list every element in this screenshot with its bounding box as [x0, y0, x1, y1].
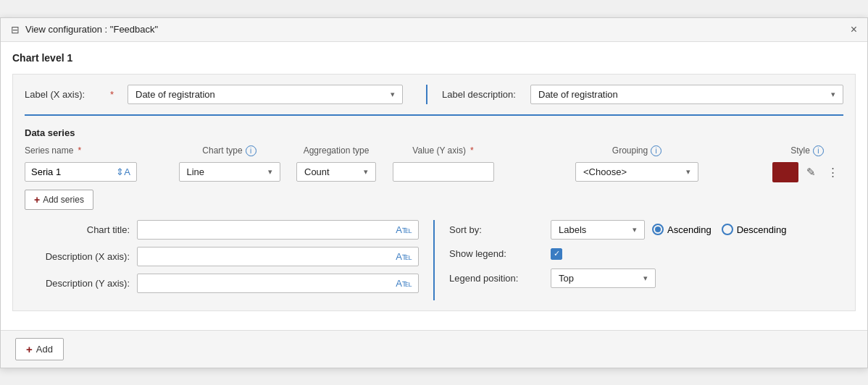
- value-y-cell: [383, 162, 503, 182]
- label-x-value: Date of registration: [135, 89, 215, 100]
- grouping-value: <Choose>: [583, 166, 627, 177]
- grouping-cell: <Choose> ▾: [503, 162, 771, 182]
- agg-type-select[interactable]: Count ▾: [296, 162, 376, 182]
- label-desc-select[interactable]: Date of registration ▾: [530, 85, 843, 104]
- label-desc-value: Date of registration: [538, 89, 618, 100]
- desc-x-label: Description (X axis):: [25, 251, 130, 262]
- series-name-value: Seria 1: [31, 166, 61, 177]
- chart-level-title: Chart level 1: [12, 52, 856, 64]
- dialog: ⊟ View configuration : "Feedback" × Char…: [0, 17, 868, 368]
- window-icon: ⊟: [11, 24, 20, 35]
- ascending-radio[interactable]: Ascending: [652, 224, 711, 235]
- legend-position-select[interactable]: Top ▾: [551, 268, 656, 288]
- table-row: Seria 1 ⇕A Line ▾ Count ▾: [25, 162, 843, 182]
- color-swatch[interactable]: [772, 162, 798, 182]
- chevron-down-icon-5: ▾: [686, 167, 690, 177]
- text-format-icon-2: A℡: [396, 251, 412, 262]
- close-button[interactable]: ×: [851, 24, 857, 35]
- sort-by-label: Sort by:: [449, 224, 543, 235]
- add-plus-icon: +: [26, 343, 33, 355]
- grouping-info-icon[interactable]: i: [651, 145, 662, 156]
- radio-outer-ascending: [652, 224, 664, 235]
- radio-inner-ascending: [655, 227, 661, 232]
- chevron-down-icon-6: ▾: [633, 225, 637, 234]
- label-x-select[interactable]: Date of registration ▾: [128, 85, 403, 104]
- add-series-label: Add series: [43, 195, 84, 205]
- sort-by-value: Labels: [559, 224, 586, 235]
- chart-type-select[interactable]: Line ▾: [179, 162, 280, 182]
- data-series-title: Data series: [25, 127, 843, 138]
- col-header-style: Style i: [771, 145, 843, 156]
- chart-title-label: Chart title:: [25, 224, 130, 235]
- chevron-down-icon-4: ▾: [364, 167, 368, 177]
- sort-order-radio-group: Ascending Descending: [652, 224, 786, 235]
- desc-y-row: Description (Y axis): A℡: [25, 274, 419, 293]
- text-format-icon-3: A℡: [396, 278, 412, 289]
- agg-type-cell: Count ▾: [289, 162, 383, 182]
- descending-label: Descending: [737, 224, 787, 235]
- label-x-axis-label: Label (X axis):: [25, 89, 104, 100]
- show-legend-checkbox[interactable]: ✓: [551, 248, 562, 260]
- chevron-down-icon-2: ▾: [831, 90, 835, 99]
- chart-title-row: Chart title: A℡: [25, 220, 419, 240]
- left-bottom: Chart title: A℡ Description (X axis): A℡: [25, 220, 435, 300]
- dialog-footer: + Add: [1, 330, 867, 368]
- chevron-down-icon-3: ▾: [268, 167, 272, 177]
- label-desc-area: Label description: Date of registration …: [426, 85, 843, 104]
- chart-config-section: Label (X axis): * Date of registration ▾…: [12, 74, 856, 311]
- chevron-down-icon: ▾: [391, 90, 395, 99]
- show-legend-label: Show legend:: [449, 248, 543, 259]
- col-header-agg-type: Aggregation type: [289, 145, 383, 156]
- required-star-series: *: [78, 145, 81, 156]
- chart-type-info-icon[interactable]: i: [246, 145, 256, 156]
- sort-by-row: Sort by: Labels ▾ Ascending: [449, 220, 843, 240]
- dialog-title: View configuration : "Feedback": [25, 24, 158, 35]
- series-name-cell: Seria 1 ⇕A: [25, 162, 170, 182]
- data-series-section: Data series Series name * Chart type i A…: [25, 127, 843, 210]
- desc-y-input[interactable]: A℡: [137, 274, 419, 293]
- chart-title-input[interactable]: A℡: [137, 220, 419, 240]
- chevron-down-icon-7: ▾: [643, 274, 648, 283]
- descending-radio[interactable]: Descending: [722, 224, 787, 235]
- desc-y-label: Description (Y axis):: [25, 278, 130, 289]
- more-options-icon[interactable]: ⋮: [824, 164, 842, 180]
- col-header-value-y: Value (Y axis) *: [383, 145, 503, 156]
- sort-by-select[interactable]: Labels ▾: [551, 220, 645, 240]
- required-star-value: *: [470, 145, 474, 156]
- col-header-series-name: Series name *: [25, 145, 170, 156]
- desc-x-input[interactable]: A℡: [137, 247, 419, 266]
- text-format-icon: A℡: [396, 224, 412, 235]
- style-cell: ✎ ⋮: [771, 162, 843, 182]
- col-header-chart-type: Chart type i: [170, 145, 289, 156]
- bottom-section: Chart title: A℡ Description (X axis): A℡: [25, 220, 843, 300]
- right-bottom: Sort by: Labels ▾ Ascending: [435, 220, 843, 300]
- chart-type-value: Line: [187, 166, 205, 177]
- edit-icon[interactable]: ✎: [803, 164, 819, 180]
- sort-az-icon: ⇕A: [116, 166, 130, 177]
- dialog-header: ⊟ View configuration : "Feedback" ×: [1, 18, 867, 42]
- legend-position-value: Top: [559, 273, 574, 284]
- style-info-icon[interactable]: i: [813, 145, 824, 156]
- add-label: Add: [36, 344, 53, 355]
- legend-position-row: Legend position: Top ▾: [449, 268, 843, 288]
- col-header-grouping: Grouping i: [503, 145, 771, 156]
- desc-x-row: Description (X axis): A℡: [25, 247, 419, 266]
- grouping-select[interactable]: <Choose> ▾: [575, 162, 698, 182]
- agg-type-value: Count: [304, 166, 330, 177]
- radio-outer-descending: [722, 224, 733, 235]
- chart-type-cell: Line ▾: [170, 162, 289, 182]
- dialog-title-area: ⊟ View configuration : "Feedback": [11, 24, 158, 35]
- series-header-row: Series name * Chart type i Aggregation t…: [25, 145, 843, 156]
- ascending-label: Ascending: [667, 224, 711, 235]
- label-x-axis-row: Label (X axis): * Date of registration ▾…: [25, 85, 843, 116]
- dialog-body: Chart level 1 Label (X axis): * Date of …: [1, 42, 867, 330]
- series-name-input[interactable]: Seria 1 ⇕A: [25, 162, 137, 182]
- add-series-button[interactable]: + Add series: [25, 190, 93, 210]
- label-desc-label: Label description:: [442, 89, 522, 100]
- add-button[interactable]: + Add: [15, 338, 64, 360]
- required-star-x: *: [110, 89, 114, 100]
- legend-position-label: Legend position:: [449, 273, 543, 284]
- show-legend-row: Show legend: ✓: [449, 248, 843, 260]
- plus-icon: +: [34, 194, 40, 206]
- value-y-input[interactable]: [393, 162, 494, 182]
